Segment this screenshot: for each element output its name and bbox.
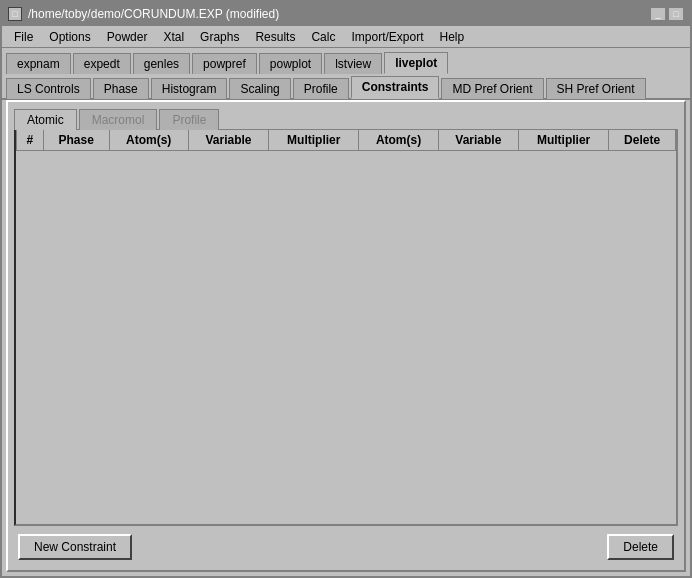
bottom-bar: New Constraint Delete: [14, 526, 678, 564]
col-header-delete: Delete: [609, 130, 676, 151]
tab2-scaling[interactable]: Scaling: [229, 78, 290, 99]
menu-item-file[interactable]: File: [6, 28, 41, 46]
inner-tab-profile[interactable]: Profile: [159, 109, 219, 130]
tab2-constraints[interactable]: Constraints: [351, 76, 440, 99]
menu-item-graphs[interactable]: Graphs: [192, 28, 247, 46]
title-bar-left: □ /home/toby/demo/CORUNDUM.EXP (modified…: [8, 7, 279, 21]
title-bar: □ /home/toby/demo/CORUNDUM.EXP (modified…: [2, 2, 690, 26]
menu-item-options[interactable]: Options: [41, 28, 98, 46]
main-window: □ /home/toby/demo/CORUNDUM.EXP (modified…: [0, 0, 692, 578]
tab1-liveplot[interactable]: liveplot: [384, 52, 448, 74]
table-header-row: #PhaseAtom(s)VariableMultiplierAtom(s)Va…: [17, 130, 676, 151]
col-header-atom-s-: Atom(s): [359, 130, 438, 151]
new-constraint-button[interactable]: New Constraint: [18, 534, 132, 560]
tab-row-1: expnamexpedtgenlespowprefpowplotlstviewl…: [2, 48, 690, 73]
inner-tab-macromol[interactable]: Macromol: [79, 109, 158, 130]
col-header-variable: Variable: [188, 130, 268, 151]
tab2-sh-pref-orient[interactable]: SH Pref Orient: [546, 78, 646, 99]
col-header-variable: Variable: [438, 130, 518, 151]
col-header-phase: Phase: [43, 130, 109, 151]
menu-bar: FileOptionsPowderXtalGraphsResultsCalcIm…: [2, 26, 690, 48]
menu-item-calc[interactable]: Calc: [303, 28, 343, 46]
tab2-histogram[interactable]: Histogram: [151, 78, 228, 99]
inner-tab-row: AtomicMacromolProfile: [14, 108, 678, 129]
tab2-md-pref-orient[interactable]: MD Pref Orient: [441, 78, 543, 99]
maximize-button[interactable]: □: [668, 7, 684, 21]
tab2-ls-controls[interactable]: LS Controls: [6, 78, 91, 99]
tab1-powplot[interactable]: powplot: [259, 53, 322, 74]
delete-button[interactable]: Delete: [607, 534, 674, 560]
tab2-profile[interactable]: Profile: [293, 78, 349, 99]
window-icon: □: [8, 7, 22, 21]
tab1-genles[interactable]: genles: [133, 53, 190, 74]
table-container: #PhaseAtom(s)VariableMultiplierAtom(s)Va…: [14, 129, 678, 526]
tab2-phase[interactable]: Phase: [93, 78, 149, 99]
tab1-lstview[interactable]: lstview: [324, 53, 382, 74]
menu-item-import-export[interactable]: Import/Export: [343, 28, 431, 46]
title-bar-controls: _ □: [650, 7, 684, 21]
menu-item-results[interactable]: Results: [247, 28, 303, 46]
menu-item-powder[interactable]: Powder: [99, 28, 156, 46]
tab1-powpref[interactable]: powpref: [192, 53, 257, 74]
menu-item-xtal[interactable]: Xtal: [155, 28, 192, 46]
col-header-atom-s-: Atom(s): [109, 130, 188, 151]
inner-tab-atomic[interactable]: Atomic: [14, 109, 77, 130]
col-header-multiplier: Multiplier: [518, 130, 608, 151]
col-header--: #: [17, 130, 44, 151]
constraint-table: #PhaseAtom(s)VariableMultiplierAtom(s)Va…: [16, 129, 676, 151]
menu-item-help[interactable]: Help: [432, 28, 473, 46]
window-title: /home/toby/demo/CORUNDUM.EXP (modified): [28, 7, 279, 21]
col-header-multiplier: Multiplier: [269, 130, 359, 151]
tab-row-2: LS ControlsPhaseHistogramScalingProfileC…: [2, 73, 690, 100]
tab1-expnam[interactable]: expnam: [6, 53, 71, 74]
content-area: AtomicMacromolProfile #PhaseAtom(s)Varia…: [6, 100, 686, 572]
tab1-expedt[interactable]: expedt: [73, 53, 131, 74]
minimize-button[interactable]: _: [650, 7, 666, 21]
